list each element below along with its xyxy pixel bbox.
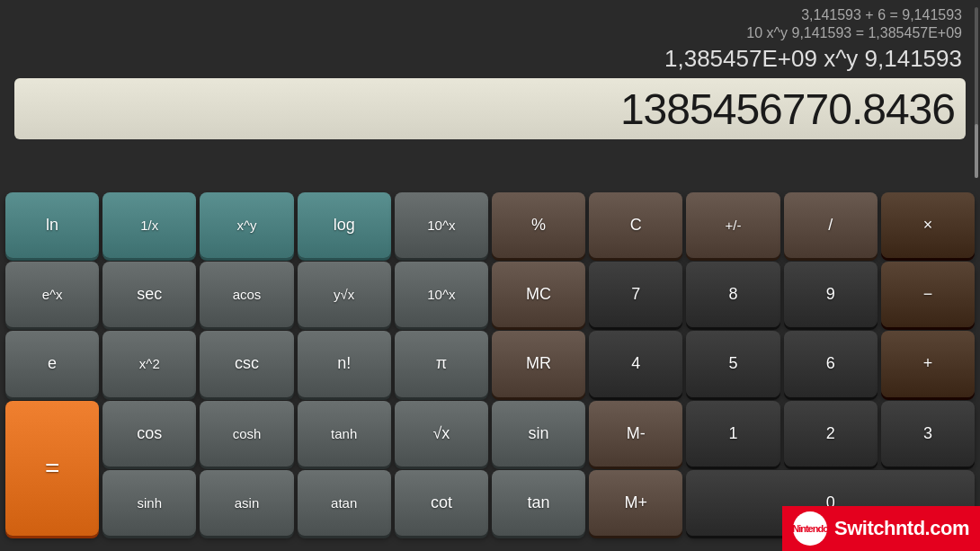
btn-csc[interactable]: csc (200, 331, 293, 396)
btn-sin[interactable]: sin (492, 401, 585, 467)
btn-mminus[interactable]: M- (589, 401, 682, 467)
btn-factorial[interactable]: n! (298, 331, 391, 396)
button-grid: ln 1/x x^y log 10^x % C +/- / × e^x sec … (0, 189, 980, 539)
btn-sec[interactable]: sec (102, 262, 196, 327)
btn-tanh[interactable]: tanh (298, 401, 391, 467)
btn-add[interactable]: + (881, 331, 975, 396)
nintendo-badge: Nintendo Switchntd.com (782, 506, 980, 551)
btn-2[interactable]: 2 (784, 401, 878, 467)
btn-7[interactable]: 7 (589, 262, 682, 327)
btn-1[interactable]: 1 (686, 401, 780, 467)
btn-percent[interactable]: % (492, 192, 585, 258)
scroll-thumb (975, 124, 978, 178)
btn-cot[interactable]: cot (395, 470, 488, 536)
btn-subtract[interactable]: − (881, 262, 975, 327)
nintendo-logo-text: Nintendo (792, 523, 828, 534)
btn-xpowy[interactable]: x^y (200, 192, 293, 258)
btn-acos[interactable]: acos (200, 262, 293, 327)
btn-multiply[interactable]: × (881, 192, 975, 258)
btn-3[interactable]: 3 (881, 401, 975, 467)
nintendo-logo: Nintendo (793, 511, 827, 546)
btn-yrootx[interactable]: y√x (298, 262, 391, 327)
btn-tan[interactable]: tan (492, 470, 585, 536)
expression-line: 1,385457E+09 x^y 9,141593 (14, 45, 966, 73)
btn-9[interactable]: 9 (784, 262, 878, 327)
btn-pi[interactable]: π (395, 331, 488, 396)
btn-mr[interactable]: MR (492, 331, 585, 396)
btn-8[interactable]: 8 (686, 262, 780, 327)
btn-cosh[interactable]: cosh (200, 401, 293, 467)
btn-asin[interactable]: asin (200, 470, 293, 536)
btn-log[interactable]: log (298, 192, 391, 258)
display-area: 3,141593 + 6 = 9,141593 10 x^y 9,141593 … (0, 0, 980, 189)
btn-ln[interactable]: ln (5, 192, 99, 258)
btn-divide[interactable]: / (784, 192, 878, 258)
btn-1x[interactable]: 1/x (102, 192, 196, 258)
btn-ex[interactable]: e^x (5, 262, 99, 327)
btn-6[interactable]: 6 (784, 331, 878, 396)
btn-clear[interactable]: C (589, 192, 682, 258)
btn-5[interactable]: 5 (686, 331, 780, 396)
history-line-2: 10 x^y 9,141593 = 1,385457E+09 (14, 25, 966, 41)
scroll-bar[interactable] (975, 7, 978, 178)
btn-equals[interactable]: = (5, 401, 99, 536)
btn-e[interactable]: e (5, 331, 99, 396)
btn-atan[interactable]: atan (298, 470, 391, 536)
btn-mc[interactable]: MC (492, 262, 585, 327)
btn-10px[interactable]: 10^x (395, 192, 488, 258)
btn-sqrtx[interactable]: √x (395, 401, 488, 467)
main-display-value: 1385456770.8436 (620, 84, 955, 134)
nintendo-site-text: Switchntd.com (834, 517, 969, 540)
btn-10x[interactable]: 10^x (395, 262, 488, 327)
btn-cos[interactable]: cos (102, 401, 196, 467)
btn-4[interactable]: 4 (589, 331, 682, 396)
btn-xsq[interactable]: x^2 (102, 331, 196, 396)
history-line-1: 3,141593 + 6 = 9,141593 (14, 7, 966, 23)
btn-sinh[interactable]: sinh (102, 470, 196, 536)
btn-mplus[interactable]: M+ (589, 470, 682, 536)
main-display: 1385456770.8436 (14, 78, 966, 139)
btn-plusminus[interactable]: +/- (686, 192, 780, 258)
